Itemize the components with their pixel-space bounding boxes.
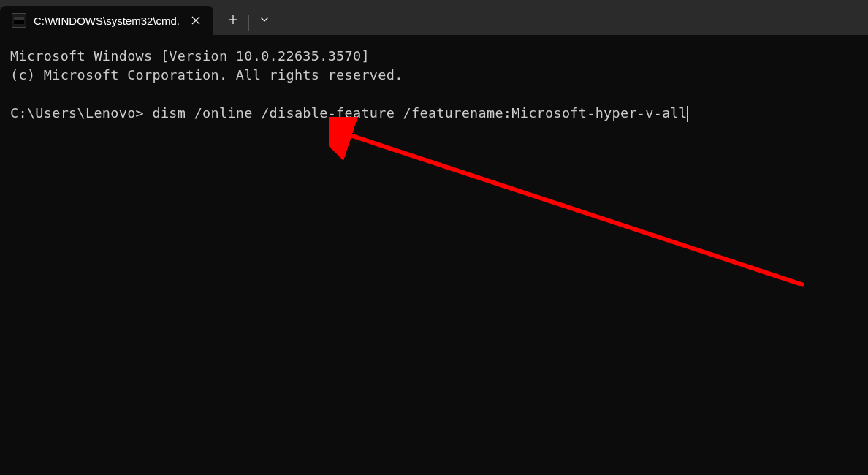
new-tab-button[interactable] [219, 5, 247, 34]
close-icon [191, 16, 200, 25]
close-tab-button[interactable] [187, 12, 205, 29]
plus-icon [228, 15, 238, 25]
svg-line-5 [343, 133, 804, 285]
tab-actions [213, 0, 278, 35]
active-tab[interactable]: C:\WINDOWS\system32\cmd. [0, 6, 213, 35]
copyright-line: (c) Microsoft Corporation. All rights re… [10, 67, 403, 83]
tab-dropdown-button[interactable] [251, 5, 278, 34]
tab-bar: C:\WINDOWS\system32\cmd. [0, 0, 868, 35]
tab-title: C:\WINDOWS\system32\cmd. [34, 15, 180, 27]
chevron-down-icon [260, 17, 269, 23]
cmd-icon [12, 13, 26, 28]
tab-divider [248, 15, 249, 31]
annotation-arrow [329, 117, 826, 300]
os-version-line: Microsoft Windows [Version 10.0.22635.35… [10, 48, 370, 64]
prompt-path: C:\Users\Lenovo> [10, 105, 144, 121]
